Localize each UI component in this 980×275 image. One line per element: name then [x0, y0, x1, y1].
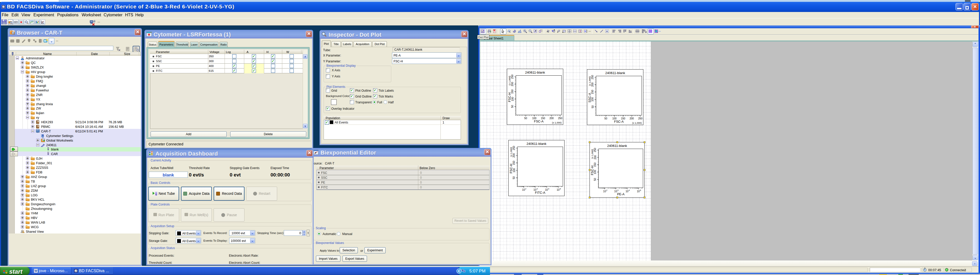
svg-text:PE-A: PE-A	[617, 193, 625, 196]
svg-text:FITC-A: FITC-A	[535, 191, 546, 194]
svg-text:200: 200	[630, 117, 634, 120]
svg-text:100: 100	[532, 117, 536, 120]
svg-text:200: 200	[594, 155, 597, 160]
svg-text:50: 50	[511, 105, 514, 108]
svg-text:3: 3	[617, 189, 618, 191]
svg-text:X: X	[42, 21, 44, 23]
svg-text:200: 200	[513, 153, 515, 158]
svg-text:4: 4	[548, 188, 549, 190]
svg-text:SSC-A: SSC-A	[588, 93, 592, 103]
svg-text:10: 10	[557, 188, 560, 191]
svg-text:150: 150	[594, 163, 597, 167]
svg-text:150: 150	[511, 89, 514, 94]
svg-text:10: 10	[545, 188, 548, 191]
svg-text:240611-blank: 240611-blank	[605, 71, 625, 75]
svg-text:FSC-H: FSC-H	[590, 166, 594, 175]
svg-text:FSC-A: FSC-A	[534, 120, 544, 123]
svg-text:250: 250	[511, 74, 514, 79]
svg-text:250: 250	[591, 75, 594, 79]
svg-text:FSC-H: FSC-H	[508, 92, 511, 102]
svg-text:100: 100	[594, 170, 597, 174]
svg-text:3: 3	[536, 188, 538, 190]
svg-text:200: 200	[591, 82, 594, 87]
svg-text:100: 100	[513, 168, 515, 172]
svg-text:(x 1,000): (x 1,000)	[552, 121, 562, 124]
svg-text:FSC-A: FSC-A	[614, 120, 624, 123]
svg-text:(x 1,000): (x 1,000)	[588, 76, 591, 86]
svg-text:50: 50	[524, 117, 527, 120]
svg-text:(x 1,000): (x 1,000)	[632, 122, 642, 124]
svg-text:(x 1,000): (x 1,000)	[591, 149, 593, 159]
svg-text:W: W	[35, 269, 38, 273]
svg-text:150: 150	[541, 117, 545, 120]
svg-text:4: 4	[628, 189, 630, 191]
svg-text:10: 10	[603, 190, 606, 193]
svg-text:150: 150	[513, 161, 515, 165]
svg-text:S: S	[552, 30, 553, 32]
svg-text:50: 50	[605, 117, 608, 120]
svg-text:240611-blank: 240611-blank	[527, 142, 546, 145]
svg-text:250: 250	[558, 117, 563, 120]
svg-text:250: 250	[594, 148, 597, 152]
svg-text:200: 200	[549, 117, 554, 120]
svg-text:100: 100	[511, 97, 514, 101]
svg-text:240611-blank: 240611-blank	[607, 144, 627, 148]
svg-text:250: 250	[638, 117, 643, 120]
svg-text:5: 5	[640, 189, 641, 191]
svg-text:A: A	[606, 30, 608, 33]
svg-text:2: 2	[525, 188, 526, 190]
svg-text:250: 250	[513, 146, 515, 150]
svg-text:150: 150	[591, 90, 594, 94]
svg-text:50: 50	[513, 176, 515, 179]
svg-text:(x 1,000): (x 1,000)	[510, 147, 512, 157]
svg-text:2: 2	[606, 189, 607, 191]
svg-text:50: 50	[591, 106, 594, 109]
svg-text:5: 5	[560, 188, 561, 190]
svg-text:150: 150	[621, 117, 625, 120]
svg-text:10: 10	[637, 190, 640, 193]
svg-text:100: 100	[612, 117, 617, 120]
svg-text:10: 10	[614, 190, 617, 193]
svg-text:240611-blank: 240611-blank	[525, 71, 545, 74]
svg-text:50: 50	[594, 178, 597, 181]
svg-text:S: S	[584, 30, 586, 32]
svg-text:(x 1,000): (x 1,000)	[508, 76, 511, 85]
svg-text:200: 200	[511, 82, 514, 86]
svg-text:FSC-H: FSC-H	[509, 164, 513, 174]
svg-text:100: 100	[591, 97, 594, 101]
svg-text:10: 10	[522, 188, 525, 191]
svg-text:X: X	[315, 152, 316, 154]
svg-text:10: 10	[625, 190, 628, 193]
